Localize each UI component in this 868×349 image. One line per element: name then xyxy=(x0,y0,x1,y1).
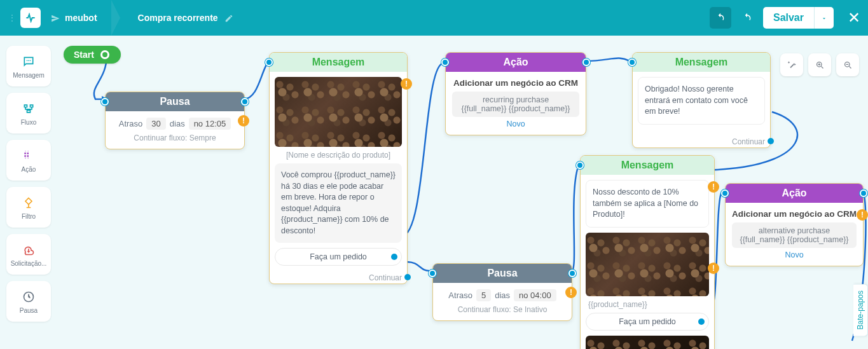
tool-message[interactable]: Mensagem xyxy=(6,46,51,86)
svg-point-1 xyxy=(28,60,29,61)
node-header: Mensagem xyxy=(633,53,770,72)
message-text: Obrigado! Nosso gerente entrará em conta… xyxy=(638,77,765,125)
api-icon xyxy=(22,242,35,256)
breadcrumb: meubot Compra recorrente xyxy=(51,0,233,36)
quick-reply-button[interactable]: Faça um pedido xyxy=(275,248,402,266)
port-out[interactable] xyxy=(768,138,774,144)
action-node-2[interactable]: Ação Adicionar um negócio ao CRM ! alter… xyxy=(725,183,864,266)
port-out[interactable] xyxy=(404,274,411,280)
delay-unit: dias xyxy=(170,119,185,128)
drag-handle-icon[interactable]: ⋮ xyxy=(8,13,17,23)
product-image xyxy=(275,77,402,147)
message-node-1[interactable]: Mensagem ! [Nome e descrição do produto]… xyxy=(269,52,408,284)
tool-label: Ação xyxy=(9,166,48,173)
node-header: Pausa xyxy=(433,264,572,283)
tool-pause[interactable]: Pausa xyxy=(6,281,51,322)
action-field: recurring purchase {{full_name}} {{produ… xyxy=(452,92,579,117)
tool-label: Mensagem xyxy=(9,72,48,79)
image-caption: {{product_name}} xyxy=(586,300,709,309)
port-in[interactable] xyxy=(265,58,273,66)
quick-reply-button[interactable]: Faça um pedido xyxy=(586,313,709,331)
node-header: Mensagem xyxy=(581,156,714,175)
tool-flow[interactable]: Fluxo xyxy=(6,93,51,133)
tool-filter[interactable]: Filtro xyxy=(6,187,51,228)
node-header: Ação xyxy=(726,184,863,203)
continue-port: Continuar xyxy=(270,271,407,284)
port-in[interactable] xyxy=(628,58,636,66)
node-header: Mensagem xyxy=(270,53,407,72)
port-out[interactable] xyxy=(860,189,867,197)
action-status: Novo xyxy=(732,250,857,259)
save-dropdown[interactable] xyxy=(814,7,834,29)
svg-point-2 xyxy=(30,60,31,61)
delay-label: Atraso xyxy=(448,291,472,300)
port-out[interactable] xyxy=(391,254,397,260)
breadcrumb-separator xyxy=(111,0,120,36)
delay-unit: dias xyxy=(495,291,510,300)
action-icon xyxy=(22,147,35,162)
port-in[interactable] xyxy=(576,161,584,169)
tool-sidebar: Mensagem Fluxo Ação Filtro Solicitação..… xyxy=(6,46,51,322)
message-node-3[interactable]: Mensagem Nosso desconto de 10% também se… xyxy=(580,155,715,349)
pulse-icon xyxy=(25,13,36,23)
action-node-1[interactable]: Ação Adicionar um negócio ao CRM recurri… xyxy=(445,52,586,135)
warning-icon: ! xyxy=(401,78,412,90)
node-header: Ação xyxy=(446,53,586,72)
tool-label: Pausa xyxy=(9,307,48,314)
pause-node-1[interactable]: Pausa Atraso 30 dias no 12:05 Continuar … xyxy=(105,92,245,149)
action-status: Novo xyxy=(452,120,579,128)
svg-point-0 xyxy=(27,60,28,61)
delay-time: no 04:00 xyxy=(514,289,556,301)
delay-value: 5 xyxy=(476,289,491,301)
app-logo[interactable] xyxy=(20,8,41,28)
product-image xyxy=(586,233,709,296)
delay-time: no 12:05 xyxy=(189,118,231,130)
action-title: Adicionar um negócio ao CRM xyxy=(452,78,579,88)
start-node[interactable]: Start xyxy=(64,46,121,64)
tool-label: Solicitação... xyxy=(9,260,48,267)
start-label: Start xyxy=(74,50,94,60)
flow-canvas[interactable]: Start Pausa Atraso 30 dias no 12:05 Cont… xyxy=(0,36,868,349)
save-button[interactable]: Salvar xyxy=(763,7,814,29)
warning-icon: ! xyxy=(565,287,577,298)
zoom-out-button[interactable] xyxy=(836,53,859,76)
magic-wand-button[interactable] xyxy=(780,53,803,76)
zoom-controls xyxy=(780,53,859,76)
continue-port: Continuar xyxy=(633,135,770,147)
zoom-in-button[interactable] xyxy=(808,53,831,76)
redo-button[interactable] xyxy=(736,7,758,29)
flow-name: Compra recorrente xyxy=(138,13,218,23)
port-out[interactable] xyxy=(241,98,249,106)
message-icon xyxy=(22,53,35,68)
message-text: Você comprou {{product_name}} há 30 dias… xyxy=(275,163,402,243)
chats-tab[interactable]: Bate-papos xyxy=(853,284,868,336)
continue-mode: Continuar fluxo: Se Inativo xyxy=(442,305,563,314)
message-node-2[interactable]: Mensagem Obrigado! Nosso gerente entrará… xyxy=(632,52,771,148)
node-header: Pausa xyxy=(106,92,244,111)
action-field: alternative purchase {{full_name}} {{pro… xyxy=(732,222,857,248)
tool-action[interactable]: Ação xyxy=(6,140,51,181)
bot-name[interactable]: meubot xyxy=(65,13,97,23)
port-out[interactable] xyxy=(582,58,590,66)
port-out[interactable] xyxy=(698,318,705,325)
chevron-down-icon xyxy=(821,15,827,22)
clock-icon xyxy=(22,289,35,303)
undo-button[interactable] xyxy=(710,7,731,29)
port-in[interactable] xyxy=(101,98,109,106)
tool-label: Filtro xyxy=(9,213,48,220)
pencil-icon[interactable] xyxy=(224,13,233,23)
pause-node-2[interactable]: Pausa Atraso 5 dias no 04:00 Continuar f… xyxy=(432,263,572,321)
port-in[interactable] xyxy=(441,58,449,66)
port-out[interactable] xyxy=(568,270,576,277)
port-in[interactable] xyxy=(721,189,729,197)
filter-icon xyxy=(22,195,35,209)
warning-icon: ! xyxy=(708,263,719,274)
zoom-out-icon xyxy=(843,60,853,70)
close-icon[interactable]: ✕ xyxy=(848,9,860,27)
start-port[interactable] xyxy=(100,50,109,59)
image-caption: [Nome e descrição do produto] xyxy=(275,151,402,160)
port-in[interactable] xyxy=(429,270,436,277)
tool-label: Fluxo xyxy=(9,119,48,126)
zoom-in-icon xyxy=(815,60,825,70)
tool-api[interactable]: Solicitação... xyxy=(6,234,51,275)
